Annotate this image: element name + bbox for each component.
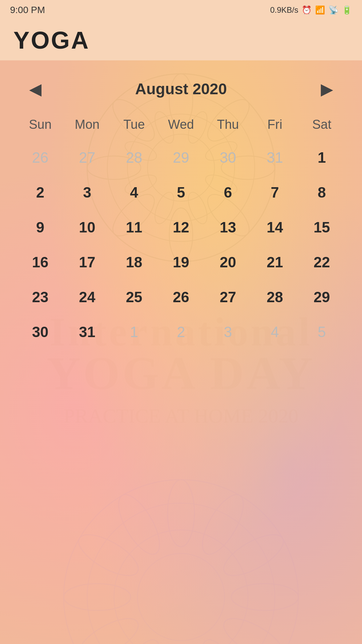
month-title: August 2020: [135, 80, 227, 98]
calendar-cell[interactable]: 7: [251, 177, 298, 208]
signal-icon: 📶: [315, 5, 325, 15]
calendar-cell[interactable]: 29: [298, 281, 345, 313]
calendar-cell[interactable]: 23: [17, 281, 64, 313]
calendar-cell[interactable]: 5: [298, 316, 345, 348]
calendar-cell[interactable]: 26: [17, 142, 64, 173]
calendar-cell[interactable]: 29: [158, 142, 204, 173]
calendar-cell[interactable]: 25: [111, 281, 158, 313]
day-header-fri: Fri: [251, 114, 298, 135]
network-speed: 0.9KB/s: [270, 5, 298, 15]
calendar-cell[interactable]: 31: [251, 142, 298, 173]
status-icons: 0.9KB/s ⏰ 📶 📡 🔋: [270, 5, 352, 15]
calendar-cell[interactable]: 3: [204, 316, 251, 348]
calendar-cell[interactable]: 19: [158, 247, 204, 278]
calendar-cell[interactable]: 4: [251, 316, 298, 348]
calendar-cell[interactable]: 4: [111, 177, 158, 208]
day-header-mon: Mon: [64, 114, 111, 135]
calendar-cell[interactable]: 3: [64, 177, 111, 208]
status-bar: 9:00 PM 0.9KB/s ⏰ 📶 📡 🔋: [0, 0, 362, 20]
app-header: YOGA: [0, 20, 362, 60]
calendar-cell[interactable]: 22: [298, 247, 345, 278]
calendar-cell[interactable]: 1: [111, 316, 158, 348]
calendar-cell[interactable]: 28: [111, 142, 158, 173]
calendar-cell[interactable]: 17: [64, 247, 111, 278]
calendar-cell[interactable]: 13: [204, 212, 251, 243]
day-header-thu: Thu: [204, 114, 251, 135]
calendar-cell[interactable]: 21: [251, 247, 298, 278]
alarm-icon: ⏰: [302, 5, 312, 15]
calendar-cell[interactable]: 16: [17, 247, 64, 278]
day-header-sun: Sun: [17, 114, 64, 135]
day-header-tue: Tue: [111, 114, 158, 135]
calendar-container: ◀ August 2020 ▶ SunMonTueWedThuFriSat 26…: [0, 60, 362, 355]
calendar-cell[interactable]: 10: [64, 212, 111, 243]
calendar-wrapper: International YOGA DAY PRACTICE AT HOME …: [0, 60, 362, 644]
calendar-cell[interactable]: 9: [17, 212, 64, 243]
calendar-cell[interactable]: 12: [158, 212, 204, 243]
calendar-cell[interactable]: 5: [158, 177, 204, 208]
wifi-icon: 📡: [328, 5, 339, 15]
calendar-cell[interactable]: 18: [111, 247, 158, 278]
calendar-cell[interactable]: 30: [17, 316, 64, 348]
calendar-cell[interactable]: 8: [298, 177, 345, 208]
app-title: YOGA: [13, 26, 90, 54]
calendar-cell[interactable]: 28: [251, 281, 298, 313]
calendar-cell[interactable]: 27: [204, 281, 251, 313]
status-time: 9:00 PM: [10, 5, 45, 15]
calendar-cell[interactable]: 20: [204, 247, 251, 278]
calendar-cell[interactable]: 2: [158, 316, 204, 348]
prev-month-button[interactable]: ◀: [23, 77, 47, 101]
calendar-cell[interactable]: 11: [111, 212, 158, 243]
next-month-button[interactable]: ▶: [315, 77, 339, 101]
calendar-grid: 2627282930311234567891011121314151617181…: [10, 142, 352, 348]
calendar-cell[interactable]: 1: [298, 142, 345, 173]
calendar-cell[interactable]: 2: [17, 177, 64, 208]
calendar-cell[interactable]: 14: [251, 212, 298, 243]
calendar-cell[interactable]: 15: [298, 212, 345, 243]
calendar-cell[interactable]: 24: [64, 281, 111, 313]
calendar-cell[interactable]: 31: [64, 316, 111, 348]
day-header-sat: Sat: [298, 114, 345, 135]
battery-icon: 🔋: [342, 5, 352, 15]
month-navigation: ◀ August 2020 ▶: [10, 67, 352, 114]
calendar-cell[interactable]: 6: [204, 177, 251, 208]
calendar-cell[interactable]: 26: [158, 281, 204, 313]
day-header-wed: Wed: [158, 114, 204, 135]
calendar-cell[interactable]: 30: [204, 142, 251, 173]
calendar-cell[interactable]: 27: [64, 142, 111, 173]
day-headers: SunMonTueWedThuFriSat: [10, 114, 352, 135]
